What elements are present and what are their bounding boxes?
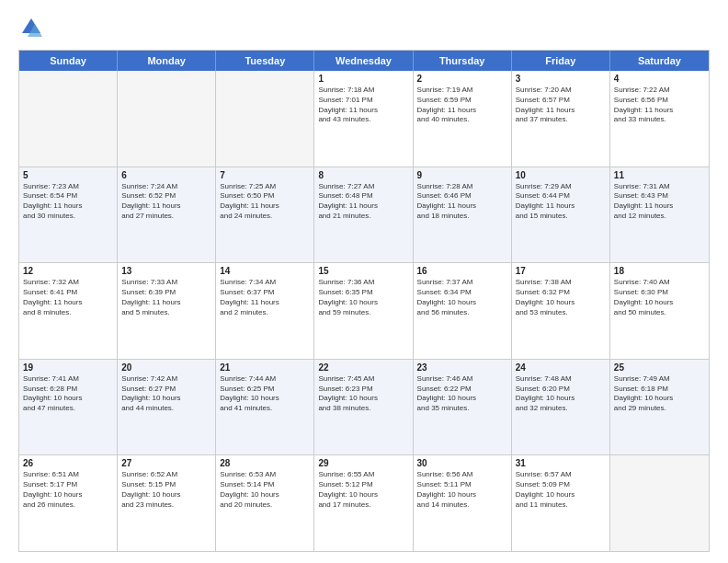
calendar-cell: 27Sunrise: 6:52 AM Sunset: 5:15 PM Dayli… — [118, 455, 216, 551]
calendar-cell: 10Sunrise: 7:29 AM Sunset: 6:44 PM Dayli… — [512, 167, 610, 263]
weekday-header: Wednesday — [314, 51, 413, 71]
calendar-cell — [216, 71, 314, 167]
cell-info: Sunrise: 7:29 AM Sunset: 6:44 PM Dayligh… — [516, 182, 606, 222]
calendar-row: 12Sunrise: 7:32 AM Sunset: 6:41 PM Dayli… — [19, 262, 709, 359]
calendar-cell: 18Sunrise: 7:40 AM Sunset: 6:30 PM Dayli… — [610, 263, 709, 359]
header — [18, 15, 710, 40]
cell-info: Sunrise: 7:27 AM Sunset: 6:48 PM Dayligh… — [318, 182, 408, 222]
cell-info: Sunrise: 7:44 AM Sunset: 6:25 PM Dayligh… — [220, 374, 310, 414]
calendar-cell: 23Sunrise: 7:46 AM Sunset: 6:22 PM Dayli… — [414, 360, 512, 455]
day-number: 30 — [417, 458, 507, 468]
cell-info: Sunrise: 6:52 AM Sunset: 5:15 PM Dayligh… — [121, 470, 211, 510]
calendar-cell: 3Sunrise: 7:20 AM Sunset: 6:57 PM Daylig… — [512, 71, 610, 167]
day-number: 11 — [614, 170, 705, 180]
cell-info: Sunrise: 7:20 AM Sunset: 6:57 PM Dayligh… — [516, 86, 606, 125]
day-number: 16 — [417, 266, 507, 276]
cell-info: Sunrise: 7:32 AM Sunset: 6:41 PM Dayligh… — [23, 278, 113, 317]
calendar-cell: 9Sunrise: 7:28 AM Sunset: 6:46 PM Daylig… — [414, 167, 512, 263]
day-number: 22 — [318, 362, 408, 373]
cell-info: Sunrise: 7:18 AM Sunset: 7:01 PM Dayligh… — [318, 86, 408, 125]
day-number: 18 — [614, 266, 705, 276]
calendar-cell: 17Sunrise: 7:38 AM Sunset: 6:32 PM Dayli… — [512, 263, 610, 359]
day-number: 2 — [417, 74, 507, 84]
calendar-header: SundayMondayTuesdayWednesdayThursdayFrid… — [19, 51, 709, 71]
day-number: 26 — [23, 458, 113, 468]
day-number: 3 — [516, 74, 606, 84]
day-number: 1 — [318, 74, 408, 84]
calendar-cell: 22Sunrise: 7:45 AM Sunset: 6:23 PM Dayli… — [314, 360, 413, 455]
day-number: 10 — [516, 170, 606, 180]
day-number: 23 — [417, 362, 507, 373]
calendar-cell: 14Sunrise: 7:34 AM Sunset: 6:37 PM Dayli… — [216, 263, 314, 359]
cell-info: Sunrise: 6:57 AM Sunset: 5:09 PM Dayligh… — [516, 470, 606, 510]
calendar-cell: 31Sunrise: 6:57 AM Sunset: 5:09 PM Dayli… — [512, 455, 610, 551]
calendar: SundayMondayTuesdayWednesdayThursdayFrid… — [18, 50, 710, 552]
calendar-cell: 24Sunrise: 7:48 AM Sunset: 6:20 PM Dayli… — [512, 360, 610, 455]
calendar-cell: 20Sunrise: 7:42 AM Sunset: 6:27 PM Dayli… — [118, 360, 216, 455]
weekday-header: Monday — [118, 51, 216, 71]
calendar-body: 1Sunrise: 7:18 AM Sunset: 7:01 PM Daylig… — [19, 71, 709, 551]
calendar-row: 19Sunrise: 7:41 AM Sunset: 6:28 PM Dayli… — [19, 359, 709, 455]
cell-info: Sunrise: 7:46 AM Sunset: 6:22 PM Dayligh… — [417, 374, 507, 414]
cell-info: Sunrise: 7:36 AM Sunset: 6:35 PM Dayligh… — [318, 278, 408, 317]
weekday-header: Friday — [512, 51, 610, 71]
cell-info: Sunrise: 7:22 AM Sunset: 6:56 PM Dayligh… — [614, 86, 705, 125]
calendar-row: 1Sunrise: 7:18 AM Sunset: 7:01 PM Daylig… — [19, 71, 709, 167]
cell-info: Sunrise: 7:49 AM Sunset: 6:18 PM Dayligh… — [614, 374, 705, 414]
calendar-cell: 11Sunrise: 7:31 AM Sunset: 6:43 PM Dayli… — [610, 167, 709, 263]
cell-info: Sunrise: 7:38 AM Sunset: 6:32 PM Dayligh… — [516, 278, 606, 317]
day-number: 29 — [318, 458, 408, 468]
calendar-cell — [19, 71, 118, 167]
calendar-cell: 6Sunrise: 7:24 AM Sunset: 6:52 PM Daylig… — [118, 167, 216, 263]
cell-info: Sunrise: 7:31 AM Sunset: 6:43 PM Dayligh… — [614, 182, 705, 222]
day-number: 5 — [23, 170, 113, 180]
day-number: 27 — [121, 458, 211, 468]
cell-info: Sunrise: 7:45 AM Sunset: 6:23 PM Dayligh… — [318, 374, 408, 414]
calendar-cell: 13Sunrise: 7:33 AM Sunset: 6:39 PM Dayli… — [118, 263, 216, 359]
weekday-header: Saturday — [610, 51, 709, 71]
day-number: 28 — [220, 458, 310, 468]
day-number: 25 — [614, 362, 705, 373]
cell-info: Sunrise: 6:51 AM Sunset: 5:17 PM Dayligh… — [23, 470, 113, 510]
cell-info: Sunrise: 7:33 AM Sunset: 6:39 PM Dayligh… — [121, 278, 211, 317]
calendar-cell: 19Sunrise: 7:41 AM Sunset: 6:28 PM Dayli… — [19, 360, 118, 455]
cell-info: Sunrise: 7:19 AM Sunset: 6:59 PM Dayligh… — [417, 86, 507, 125]
day-number: 4 — [614, 74, 705, 84]
calendar-cell: 21Sunrise: 7:44 AM Sunset: 6:25 PM Dayli… — [216, 360, 314, 455]
cell-info: Sunrise: 7:34 AM Sunset: 6:37 PM Dayligh… — [220, 278, 310, 317]
calendar-cell: 29Sunrise: 6:55 AM Sunset: 5:12 PM Dayli… — [314, 455, 413, 551]
day-number: 9 — [417, 170, 507, 180]
calendar-cell: 4Sunrise: 7:22 AM Sunset: 6:56 PM Daylig… — [610, 71, 709, 167]
calendar-cell — [610, 455, 709, 551]
logo — [18, 15, 48, 40]
day-number: 31 — [516, 458, 606, 468]
calendar-cell — [118, 71, 216, 167]
day-number: 19 — [23, 362, 113, 373]
day-number: 20 — [121, 362, 211, 373]
calendar-cell: 5Sunrise: 7:23 AM Sunset: 6:54 PM Daylig… — [19, 167, 118, 263]
calendar-cell: 25Sunrise: 7:49 AM Sunset: 6:18 PM Dayli… — [610, 360, 709, 455]
day-number: 14 — [220, 266, 310, 276]
day-number: 7 — [220, 170, 310, 180]
day-number: 6 — [121, 170, 211, 180]
calendar-cell: 8Sunrise: 7:27 AM Sunset: 6:48 PM Daylig… — [314, 167, 413, 263]
day-number: 24 — [516, 362, 606, 373]
day-number: 8 — [318, 170, 408, 180]
logo-icon — [18, 15, 44, 40]
cell-info: Sunrise: 7:42 AM Sunset: 6:27 PM Dayligh… — [121, 374, 211, 414]
cell-info: Sunrise: 7:24 AM Sunset: 6:52 PM Dayligh… — [121, 182, 211, 222]
weekday-header: Tuesday — [216, 51, 314, 71]
cell-info: Sunrise: 7:48 AM Sunset: 6:20 PM Dayligh… — [516, 374, 606, 414]
cell-info: Sunrise: 7:28 AM Sunset: 6:46 PM Dayligh… — [417, 182, 507, 222]
cell-info: Sunrise: 7:40 AM Sunset: 6:30 PM Dayligh… — [614, 278, 705, 317]
day-number: 21 — [220, 362, 310, 373]
day-number: 13 — [121, 266, 211, 276]
calendar-cell: 30Sunrise: 6:56 AM Sunset: 5:11 PM Dayli… — [414, 455, 512, 551]
day-number: 17 — [516, 266, 606, 276]
cell-info: Sunrise: 7:37 AM Sunset: 6:34 PM Dayligh… — [417, 278, 507, 317]
calendar-cell: 12Sunrise: 7:32 AM Sunset: 6:41 PM Dayli… — [19, 263, 118, 359]
calendar-cell: 26Sunrise: 6:51 AM Sunset: 5:17 PM Dayli… — [19, 455, 118, 551]
calendar-cell: 2Sunrise: 7:19 AM Sunset: 6:59 PM Daylig… — [414, 71, 512, 167]
calendar-row: 5Sunrise: 7:23 AM Sunset: 6:54 PM Daylig… — [19, 167, 709, 263]
calendar-cell: 15Sunrise: 7:36 AM Sunset: 6:35 PM Dayli… — [314, 263, 413, 359]
